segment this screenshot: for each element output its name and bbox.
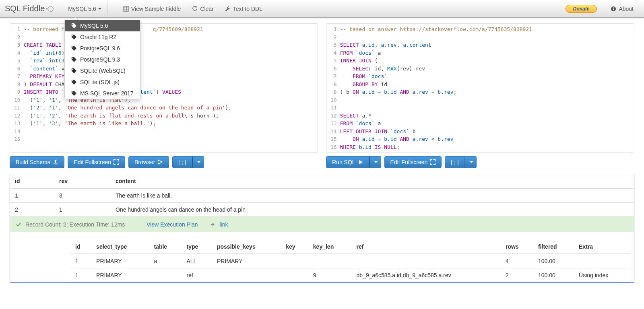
table-cell: PRIMARY [91,268,149,282]
run-sql-label: Run SQL [332,159,355,165]
terminator-label: [ ; ] [451,159,458,165]
edit-fullscreen-schema-button[interactable]: Edit Fullscreen [68,156,125,168]
query-editor[interactable]: 12345678910111213141516 -- based on answ… [326,24,634,152]
db-option[interactable]: MySQL 5.6 [65,20,140,31]
db-option[interactable]: PostgreSQL 9.3 [65,54,140,65]
db-option[interactable]: Oracle 11g R2 [65,31,140,43]
table-row: 21One hundred angels can dance on the he… [10,203,634,217]
svg-point-14 [72,69,73,70]
about-label: About [619,6,634,12]
view-sample-label: View Sample Fiddle [131,6,181,12]
svg-point-16 [72,91,73,93]
nav-items: View Sample Fiddle Clear Text to DDL [118,2,268,15]
schema-terminator-caret[interactable] [192,156,204,168]
table-cell: 1 [70,254,91,268]
schema-buttons: Build Schema Edit Fullscreen Browser [ ;… [10,156,318,168]
results-footer: Record Count: 2; Execution Time: 12ms — … [10,217,634,232]
table-cell [149,268,182,282]
svg-point-1 [46,8,48,10]
svg-rect-8 [613,8,614,10]
about-button[interactable]: About [605,2,639,15]
table-cell: The earth is like a ball. [111,188,634,203]
browser-label: Browser [134,159,155,165]
plan-header: table [149,240,182,254]
info-icon [611,6,616,12]
edit-fullscreen-query-button[interactable]: Edit Fullscreen [384,156,442,168]
results-header: rev [54,174,111,188]
table-cell: ALL [182,254,212,268]
plan-header: select_type [91,240,149,254]
brand[interactable]: SQL Fiddle [5,4,54,13]
db-option-label: PostgreSQL 9.3 [80,56,120,63]
edit-fullscreen-label: Edit Fullscreen [390,159,428,165]
table-cell: a [149,254,182,268]
table-cell: One hundred angels can dance on the head… [111,203,634,217]
check-icon [16,222,21,227]
table-cell: 1 [70,268,91,282]
schema-gutter: 123456789101112131415 [10,25,24,143]
play-icon [358,159,363,165]
donate-button[interactable]: Donate [566,5,597,13]
db-option-label: PostgreSQL 9.6 [80,45,120,52]
query-editor-panel: 12345678910111213141516 -- based on answ… [326,23,634,153]
results-header: content [111,174,634,188]
db-dropdown-menu: MySQL 5.6Oracle 11g R2PostgreSQL 9.6Post… [64,20,140,99]
db-option[interactable]: SQLite (SQL.js) [65,76,140,88]
donate-label: Donate [573,6,590,12]
schema-editor[interactable]: 123456789101112131415 -- borrowed from q… [10,24,318,145]
table-cell: 100.00 [533,268,574,282]
query-terminator-button[interactable]: [ ; ] [445,156,464,168]
view-plan[interactable]: — View Execution Plan [137,221,198,228]
table-cell [574,254,630,268]
table-cell: 2 [10,203,54,217]
db-option-label: SQLite (WebSQL) [80,68,126,74]
query-terminator-caret[interactable] [465,156,477,168]
table-cell: 4 [501,254,533,268]
text-to-ddl-button[interactable]: Text to DDL [219,2,268,15]
svg-rect-18 [158,163,159,165]
svg-point-13 [72,58,73,59]
query-terminator-group: [ ; ] [445,156,476,168]
tree-icon [157,159,163,165]
svg-rect-17 [158,160,159,161]
table-cell: 3 [54,188,111,203]
schema-terminator-button[interactable]: [ ; ] [172,156,192,168]
refresh-icon [192,6,198,12]
results-table: idrevcontent 13The earth is like a ball.… [10,174,634,217]
plan-header: Extra [574,240,630,254]
db-option[interactable]: PostgreSQL 9.6 [65,43,140,54]
link-item[interactable]: link [210,221,228,228]
table-cell [352,254,501,268]
plan-header: key_len [308,240,352,254]
table-cell: db_9_a6c585.a.id,db_9_a6c585.a.rev [352,268,501,282]
build-schema-button[interactable]: Build Schema [10,156,64,168]
clear-button[interactable]: Clear [186,2,219,15]
db-option-label: SQLite (SQL.js) [80,79,120,85]
svg-rect-9 [613,7,614,8]
terminator-label: [ ; ] [178,159,186,165]
minus-icon: — [137,221,142,228]
svg-rect-2 [124,6,128,11]
view-plan-link[interactable]: View Execution Plan [147,221,198,228]
run-sql-button[interactable]: Run SQL [326,156,369,168]
db-option[interactable]: MS SQL Server 2017 [65,88,140,99]
view-sample-button[interactable]: View Sample Fiddle [118,2,186,15]
query-gutter: 12345678910111213141516 [326,25,340,151]
caret-down-icon [98,8,101,10]
tag-icon [71,79,77,85]
svg-point-15 [72,80,73,81]
svg-rect-19 [161,161,163,163]
browser-button[interactable]: Browser [128,156,169,168]
table-row: 13The earth is like a ball. [10,188,634,203]
db-select-dropdown[interactable]: MySQL 5.6 [62,2,107,15]
db-option[interactable]: SQLite (WebSQL) [65,65,140,76]
table-cell [212,268,281,282]
plan-header: possible_keys [212,240,281,254]
query-code[interactable]: -- based on answer https://stackoverflow… [340,25,634,151]
link-link[interactable]: link [220,221,228,228]
query-buttons: Run SQL Edit Fullscreen [ ; ] [326,156,634,168]
db-option-label: MySQL 5.6 [80,23,108,29]
build-schema-label: Build Schema [16,159,50,165]
plan-header: ref [352,240,501,254]
run-sql-caret[interactable] [369,156,381,168]
